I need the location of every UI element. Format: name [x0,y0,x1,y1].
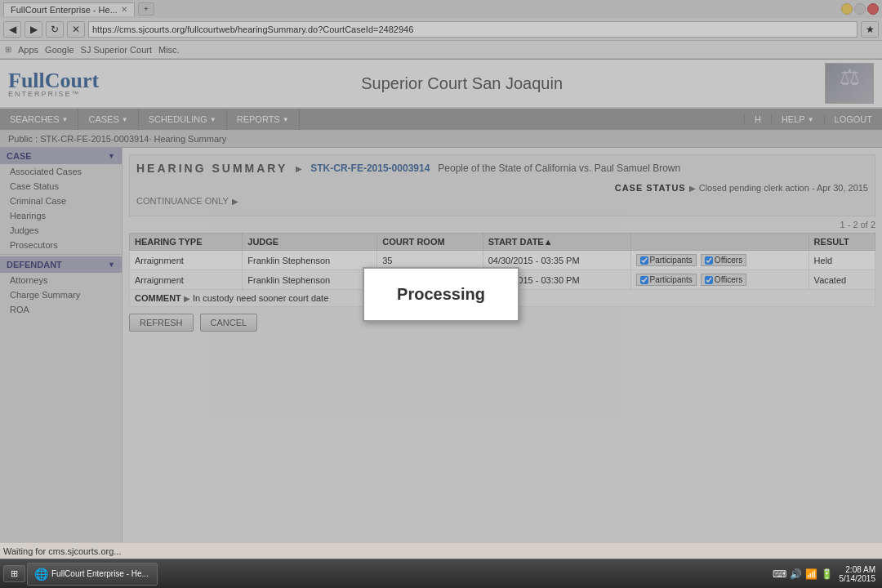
clock-time: 2:08 AM [840,565,876,574]
clock-date: 5/14/2015 [840,574,876,583]
status-bar: Waiting for cms.sjcourts.org... [0,542,882,559]
start-button[interactable]: ⊞ [3,565,25,582]
taskbar-app-item[interactable]: 🌐 FullCourt Enterprise - He... [27,563,158,586]
status-text: Waiting for cms.sjcourts.org... [3,546,121,556]
taskbar-clock: 2:08 AM 5/14/2015 [836,565,880,583]
taskbar-right: ⌨ 🔊 📶 🔋 2:08 AM 5/14/2015 [773,565,880,583]
taskbar: ⊞ 🌐 FullCourt Enterprise - He... ⌨ 🔊 📶 🔋… [0,559,882,588]
browser-icon: 🌐 [34,568,48,581]
windows-icon: ⊞ [11,568,18,579]
speaker-icon: 🔊 [790,568,802,580]
keyboard-icon: ⌨ [773,568,786,580]
processing-overlay: Processing [0,0,882,588]
taskbar-app-label: FullCourt Enterprise - He... [51,569,149,578]
battery-icon: 🔋 [821,568,833,580]
network-icon: 📶 [805,568,817,580]
processing-text: Processing [397,285,485,304]
processing-dialog: Processing [363,267,519,322]
